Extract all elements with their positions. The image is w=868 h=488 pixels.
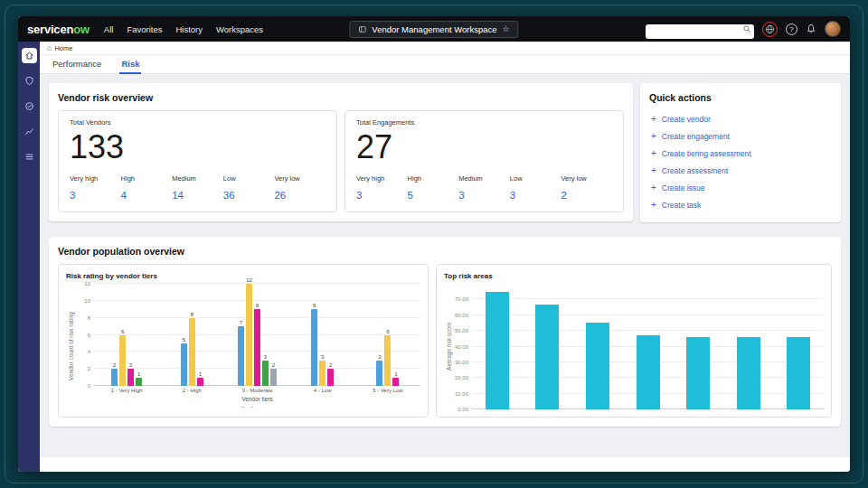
- bar[interactable]: [127, 369, 134, 386]
- breakdown-value[interactable]: 3: [458, 190, 510, 201]
- quick-actions-title: Quick actions: [649, 92, 832, 103]
- breakdown-value[interactable]: 26: [274, 190, 326, 201]
- total-vendors-card[interactable]: Total Vendors 133 Very high3 High4 Mediu…: [58, 110, 337, 212]
- notifications-bell-icon[interactable]: [806, 23, 816, 34]
- nav-workspaces[interactable]: Workspaces: [216, 24, 263, 34]
- create-vendor-link[interactable]: +Create vendor: [649, 110, 832, 127]
- bar[interactable]: [189, 318, 195, 386]
- chart-body: Average risk score 0.0010.0020.0030.0040…: [444, 284, 824, 409]
- breakdown-value[interactable]: 2: [561, 190, 612, 201]
- y-tick-label: 6: [88, 333, 90, 338]
- nav-favorites[interactable]: Favorites: [127, 24, 162, 34]
- help-icon[interactable]: ?: [786, 23, 797, 35]
- bar[interactable]: [384, 335, 391, 387]
- sidebar-item-home[interactable]: [22, 48, 37, 63]
- bar[interactable]: [254, 309, 260, 386]
- bar[interactable]: [319, 361, 326, 386]
- bar-value-label: 1: [199, 371, 202, 377]
- chart-pager[interactable]: – –: [76, 403, 420, 409]
- user-avatar[interactable]: [825, 21, 841, 37]
- bar[interactable]: [327, 369, 334, 386]
- bar-value-label: 8: [191, 312, 193, 317]
- content-area: Vendor risk overview Total Vendors 133 V…: [40, 74, 850, 457]
- breakdown-value[interactable]: 5: [408, 190, 459, 201]
- quick-actions-card: Quick actions +Create vendor +Create eng…: [640, 83, 841, 222]
- favorite-star-icon[interactable]: ☆: [503, 24, 510, 33]
- breakdown-label: Low: [223, 174, 275, 183]
- bar-group: [723, 284, 774, 409]
- x-tick-label: 5 - Very Low: [355, 388, 420, 393]
- breakdown-value[interactable]: 3: [356, 190, 408, 201]
- bar-group: 712932: [224, 284, 289, 386]
- sidebar-item-assessments[interactable]: [22, 99, 37, 114]
- link-label: Create engagement: [662, 132, 730, 141]
- bar[interactable]: [111, 369, 118, 386]
- bar[interactable]: [787, 337, 810, 409]
- nav-history[interactable]: History: [175, 24, 203, 34]
- bar-group: 932: [290, 284, 355, 386]
- bar[interactable]: [311, 309, 317, 386]
- bar[interactable]: [686, 337, 710, 409]
- bar[interactable]: [262, 361, 269, 386]
- bar[interactable]: [197, 378, 203, 386]
- chart-row: Risk rating by vendor tiers Vendor count…: [58, 264, 832, 418]
- bar-value-label: 6: [386, 329, 389, 334]
- breakdown-value[interactable]: 4: [121, 190, 173, 201]
- bar[interactable]: [586, 323, 609, 409]
- breakdown-value[interactable]: 36: [223, 190, 275, 201]
- create-assessment-link[interactable]: +Create assessment: [649, 162, 832, 179]
- bar[interactable]: [535, 305, 559, 409]
- bar[interactable]: [392, 378, 399, 386]
- y-tick-label: 4: [88, 349, 90, 354]
- breakdown-value[interactable]: 14: [172, 190, 223, 201]
- create-engagement-link[interactable]: +Create engagement: [649, 127, 832, 145]
- bar-value-label: 2: [272, 362, 275, 368]
- y-tick-label: 12: [84, 281, 90, 286]
- home-icon[interactable]: ⌂: [47, 44, 52, 52]
- search-icon[interactable]: [742, 24, 751, 33]
- create-tiering-assessment-link[interactable]: +Create tiering assessment: [649, 145, 832, 162]
- chart-body: Vendor count of risk rating 024681012 26…: [66, 284, 420, 409]
- bar[interactable]: [238, 326, 244, 386]
- sidebar-item-shield[interactable]: [22, 73, 37, 89]
- total-engagements-card[interactable]: Total Engagements 27 Very high3 High5 Me…: [344, 110, 624, 212]
- create-task-link[interactable]: +Create task: [649, 196, 832, 213]
- workspace-switcher[interactable]: Vendor Management Workspace ☆: [349, 21, 518, 38]
- y-tick-label: 60.00: [455, 313, 468, 318]
- bar[interactable]: [246, 284, 252, 386]
- breadcrumb: ⌂ Home: [40, 42, 850, 55]
- bar[interactable]: [181, 343, 187, 386]
- tab-performance[interactable]: Performance: [51, 55, 103, 74]
- sidebar-item-lists[interactable]: [22, 149, 37, 164]
- breakdown-value[interactable]: 3: [70, 190, 121, 201]
- bar[interactable]: [270, 369, 277, 386]
- plus-icon: +: [651, 201, 656, 210]
- bar-column: 3: [319, 284, 326, 386]
- bar[interactable]: [136, 378, 142, 386]
- y-tick-label: 40.00: [455, 344, 468, 350]
- sidebar-item-analytics[interactable]: [22, 124, 37, 139]
- y-tick-label: 8: [88, 315, 90, 321]
- vendor-population-overview-card: Vendor population overview Risk rating b…: [49, 237, 841, 427]
- breadcrumb-home[interactable]: Home: [54, 44, 72, 52]
- link-label: Create tiering assessment: [662, 149, 751, 158]
- tab-risk[interactable]: Risk: [119, 55, 141, 74]
- bar[interactable]: [637, 335, 660, 409]
- servicenow-logo[interactable]: servicenow: [27, 23, 90, 36]
- breakdown-label: Low: [510, 174, 561, 183]
- y-axis: 0.0010.0020.0030.0040.0050.0060.0070.00: [454, 284, 472, 409]
- bar[interactable]: [486, 292, 509, 409]
- plus-icon: +: [651, 115, 656, 124]
- create-issue-link[interactable]: +Create issue: [649, 179, 832, 196]
- home-icon: [24, 51, 34, 61]
- bar[interactable]: [119, 335, 126, 387]
- nav-all[interactable]: All: [104, 24, 114, 34]
- breakdown-label: Very low: [274, 174, 326, 183]
- globe-icon[interactable]: [762, 22, 778, 37]
- chart-title: Top risk areas: [444, 272, 824, 280]
- bar[interactable]: [737, 337, 760, 409]
- bar-column: 8: [188, 284, 195, 386]
- breakdown-value[interactable]: 3: [510, 190, 561, 201]
- bar[interactable]: [376, 361, 382, 386]
- search-input[interactable]: [646, 24, 754, 39]
